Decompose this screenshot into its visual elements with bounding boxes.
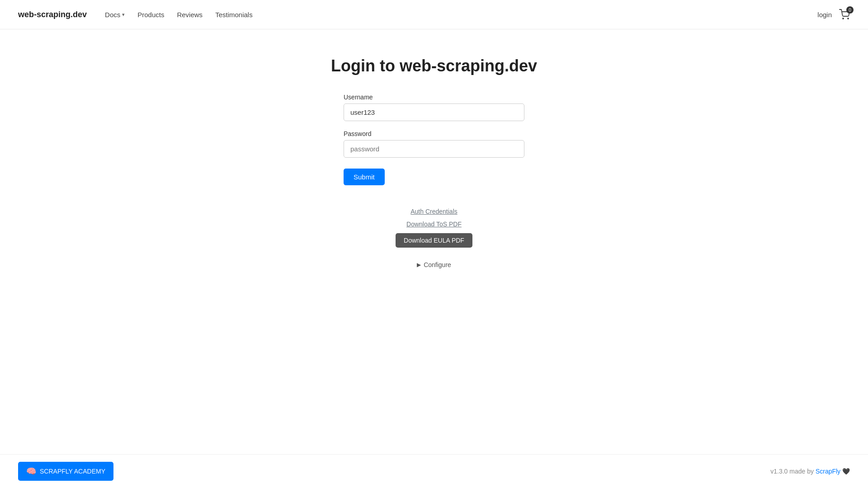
academy-icon: 🧠 bbox=[26, 466, 36, 476]
nav-docs[interactable]: Docs ▾ bbox=[100, 8, 129, 21]
username-input[interactable] bbox=[344, 103, 524, 121]
password-label: Password bbox=[344, 130, 524, 137]
main-content: Login to web-scraping.dev Username Passw… bbox=[0, 29, 868, 268]
configure-arrow-icon: ▶ bbox=[417, 262, 421, 268]
password-group: Password bbox=[344, 130, 524, 158]
page-title: Login to web-scraping.dev bbox=[331, 56, 537, 75]
login-link[interactable]: login bbox=[817, 11, 832, 19]
cart-count: 0 bbox=[846, 6, 854, 14]
nav-products[interactable]: Products bbox=[133, 8, 169, 21]
login-form: Username Password Submit bbox=[344, 94, 524, 185]
scrapfly-link[interactable]: ScrapFly bbox=[816, 468, 840, 475]
scrapfly-academy-button[interactable]: 🧠 SCRAPFLY ACADEMY bbox=[18, 462, 113, 481]
nav-docs-label: Docs bbox=[105, 11, 120, 19]
nav-reviews[interactable]: Reviews bbox=[172, 8, 207, 21]
nav-testimonials[interactable]: Testimonials bbox=[211, 8, 257, 21]
chevron-down-icon: ▾ bbox=[122, 12, 125, 18]
navbar-right: login 0 bbox=[817, 9, 850, 20]
heart-icon: 🖤 bbox=[842, 468, 850, 475]
submit-button[interactable]: Submit bbox=[344, 169, 385, 185]
footer: 🧠 SCRAPFLY ACADEMY v1.3.0 made by ScrapF… bbox=[0, 454, 868, 488]
cart-button[interactable]: 0 bbox=[839, 9, 850, 20]
username-label: Username bbox=[344, 94, 524, 101]
password-input[interactable] bbox=[344, 140, 524, 158]
nav-links: Docs ▾ Products Reviews Testimonials bbox=[100, 8, 817, 21]
footer-version: v1.3.0 made by ScrapFly 🖤 bbox=[770, 468, 850, 475]
links-section: Auth Credentials Download ToS PDF Downlo… bbox=[396, 208, 472, 248]
auth-credentials-link[interactable]: Auth Credentials bbox=[410, 208, 458, 215]
version-text: v1.3.0 made by bbox=[770, 468, 814, 475]
academy-label: SCRAPFLY ACADEMY bbox=[40, 468, 105, 475]
download-eula-button[interactable]: Download EULA PDF bbox=[396, 233, 472, 248]
svg-point-0 bbox=[843, 18, 844, 19]
configure-toggle[interactable]: ▶ Configure bbox=[417, 261, 451, 268]
download-tos-link[interactable]: Download ToS PDF bbox=[406, 221, 462, 228]
site-brand[interactable]: web-scraping.dev bbox=[18, 10, 87, 19]
navbar: web-scraping.dev Docs ▾ Products Reviews… bbox=[0, 0, 868, 29]
username-group: Username bbox=[344, 94, 524, 121]
svg-point-1 bbox=[848, 18, 849, 19]
configure-label: Configure bbox=[424, 261, 451, 268]
